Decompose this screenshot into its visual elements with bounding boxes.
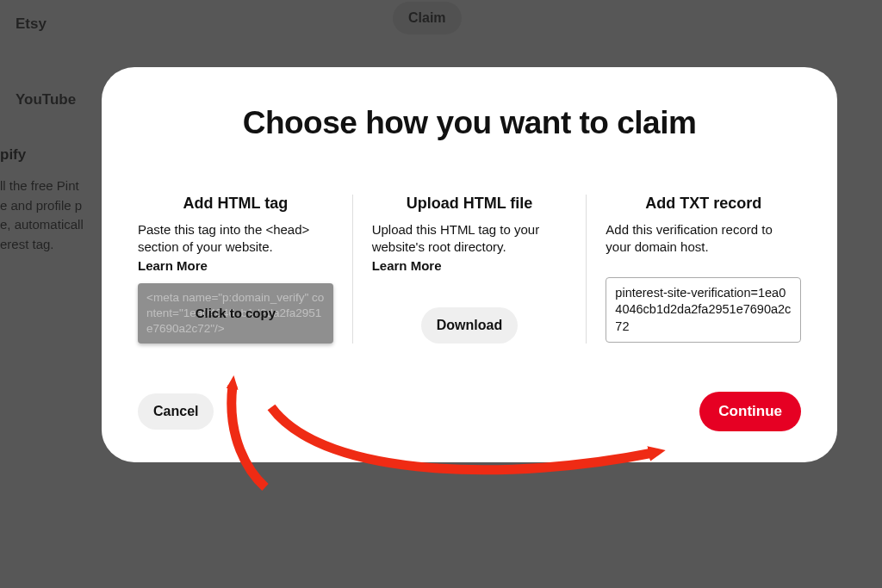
option-html-tag: Add HTML tag Paste this tag into the <he… [138,195,352,344]
option-txt-record: Add TXT record Add this verification rec… [587,195,801,343]
learn-more-html-file[interactable]: Learn More [372,258,442,273]
meta-tag-code-box[interactable]: <meta name="p:domain_verify" content="1e… [138,283,333,344]
continue-button[interactable]: Continue [699,392,801,431]
learn-more-html-tag[interactable]: Learn More [138,258,208,273]
option-html-file: Upload HTML file Upload this HTML tag to… [353,195,587,344]
claim-method-modal: Choose how you want to claim Add HTML ta… [102,67,837,462]
option-html-tag-title: Add HTML tag [138,195,333,213]
modal-footer: Cancel Continue [138,392,801,431]
txt-record-value-box[interactable]: pinterest-site-verification=1ea04046cb1d… [606,277,801,344]
modal-title: Choose how you want to claim [138,105,801,141]
click-to-copy-label: Click to copy [196,305,276,322]
option-html-file-desc: Upload this HTML tag to your website's r… [372,221,568,257]
options-row: Add HTML tag Paste this tag into the <he… [138,195,801,344]
option-html-tag-desc: Paste this tag into the <head> section o… [138,221,333,257]
option-txt-record-title: Add TXT record [606,195,801,213]
option-html-file-title: Upload HTML file [372,195,568,213]
download-button[interactable]: Download [421,307,518,344]
cancel-button[interactable]: Cancel [138,393,214,430]
option-txt-record-desc: Add this verification record to your dom… [606,221,801,257]
